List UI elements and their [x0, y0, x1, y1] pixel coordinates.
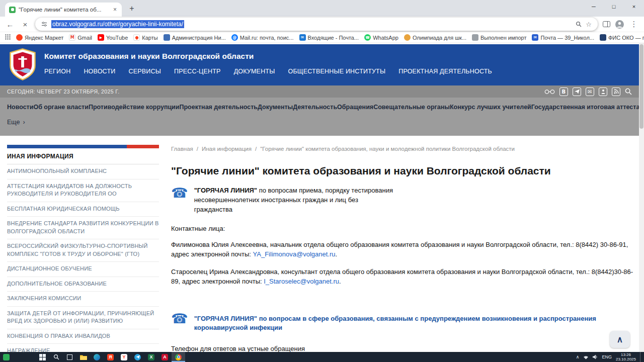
accessibility-glasses-icon[interactable] [544, 89, 555, 95]
bookmark-item[interactable]: MGmail [69, 34, 92, 41]
sidebar-item[interactable]: ЗАКЛЮЧЕНИЯ КОМИССИИ [7, 292, 159, 307]
subnav-advisory-bodies[interactable]: Совещательные органы [373, 104, 450, 111]
bookmark-item[interactable]: @Mail.ru: почта, поис... [231, 34, 294, 41]
bookmark-item[interactable]: ФИС ОКО — публи... [600, 34, 644, 41]
tray-hidden-icons-caret[interactable]: ∧ [576, 354, 580, 359]
nav-documents[interactable]: ДОКУМЕНТЫ [234, 68, 275, 75]
bookmark-item[interactable]: ▶YouTube [98, 34, 128, 41]
bookmark-item[interactable]: Администрация Ни... [164, 34, 226, 41]
bookmark-item[interactable]: ✉Входящие - Почта... [299, 34, 359, 41]
sidebar-item[interactable]: БЕСПЛАТНАЯ ЮРИДИЧЕСКАЯ ПОМОЩЬ [7, 202, 159, 217]
sidebar-item[interactable]: ДИСТАНЦИОННОЕ ОБУЧЕНИЕ [7, 262, 159, 277]
window-close-button[interactable]: × [624, 0, 644, 13]
subnav-appeals[interactable]: Обращения [337, 104, 373, 111]
subnav-activity[interactable]: Деятельность [293, 104, 337, 111]
breadcrumb-home[interactable]: Главная [171, 146, 193, 152]
volume-icon[interactable] [593, 352, 598, 361]
bookmark-label: Mail.ru: почта, поис... [240, 35, 294, 41]
yandex-app-icon[interactable]: Y [117, 352, 131, 362]
gmail-icon: M [69, 34, 75, 41]
whatsapp-icon: ☎ [364, 34, 371, 41]
back-icon[interactable]: ← [5, 20, 15, 29]
bookmark-item[interactable]: Олимпиада для шк... [404, 34, 466, 41]
browser-tab-strip: "Горячие линии" комитета об... × + ─ □ × [0, 0, 644, 17]
sidebar-item[interactable]: ВНЕДРЕНИЕ СТАНДАРТА РАЗВИТИЯ КОНКУРЕНЦИИ… [7, 217, 159, 239]
subnav-project-activity[interactable]: Проектная деятельность [180, 104, 258, 111]
bookmark-star-icon[interactable]: ☆ [586, 21, 592, 28]
sidebar-item[interactable]: НАГРАЖДЕНИЕ [7, 344, 159, 352]
show-desktop-button[interactable] [640, 352, 642, 362]
edge-browser-icon[interactable] [90, 352, 104, 362]
nav-services[interactable]: СЕРВИСЫ [128, 68, 161, 75]
contact-2-text: Староселец Ирина Александровна, консульт… [171, 268, 633, 286]
nav-public-institutes[interactable]: ОБЩЕСТВЕННЫЕ ИНСТИТУТЫ [288, 68, 385, 75]
browser-menu-icon[interactable]: ⋮ [629, 20, 639, 29]
side-panel-icon[interactable] [603, 21, 610, 27]
browser-tab[interactable]: "Горячие линии" комитета об... × [5, 3, 122, 17]
email-icon[interactable]: ✉ [586, 87, 594, 96]
file-explorer-icon[interactable] [76, 352, 90, 362]
nav-project-activity[interactable]: ПРОЕКТНАЯ ДЕЯТЕЛЬНОСТЬ [398, 68, 492, 75]
taskbar-widget-icon[interactable] [3, 354, 10, 360]
stop-reload-icon[interactable]: × [20, 20, 30, 29]
page-scrollbar[interactable] [639, 43, 644, 352]
excel-icon[interactable]: X [144, 352, 158, 362]
subnav-anticorruption[interactable]: Противодействие коррупции [89, 104, 180, 111]
apps-grid-icon[interactable] [5, 34, 11, 41]
telegram-app-icon[interactable] [131, 352, 144, 362]
bookmark-item[interactable]: Яндекс Маркет [16, 34, 63, 41]
acrobat-icon[interactable]: A [158, 352, 172, 362]
scroll-to-top-button[interactable]: ∧ [610, 331, 630, 348]
taskbar-icons: Я Y X A [36, 352, 185, 362]
subnav-news[interactable]: Новости [7, 104, 33, 111]
chrome-icon[interactable] [172, 352, 185, 362]
vk-icon[interactable]: В [559, 87, 568, 96]
nav-region[interactable]: РЕГИОН [44, 68, 70, 75]
subnav-teachers-contest[interactable]: Конкурс лучших учителей [450, 104, 531, 111]
sidebar-item[interactable]: ДОПОЛНИТЕЛЬНОЕ ОБРАЗОВАНИЕ [7, 277, 159, 292]
odnoklassniki-icon[interactable] [599, 87, 607, 96]
subnav-state-final-attestation[interactable]: Государственная итоговая аттестация [531, 104, 644, 111]
nav-news[interactable]: НОВОСТИ [84, 68, 115, 75]
youtube-icon: ▶ [98, 34, 104, 41]
taskbar-clock[interactable]: 13:26 23.10.2025 [616, 352, 636, 362]
telegram-icon[interactable] [573, 87, 581, 96]
contact-2-email-link[interactable]: I_Staroselec@volganet.ru [264, 278, 339, 285]
language-indicator[interactable]: ENG [602, 354, 612, 359]
profile-avatar[interactable] [615, 20, 624, 29]
rss-icon[interactable] [612, 87, 620, 96]
address-bar[interactable]: obraz.volgograd.ru/other/goryachie-linii… [35, 18, 598, 31]
nav-press-center[interactable]: ПРЕСС-ЦЕНТР [174, 68, 221, 75]
yandex-browser-icon[interactable]: Я [104, 352, 117, 362]
subnav-more-button[interactable]: Еще › [7, 119, 632, 126]
scrollbar-thumb[interactable] [639, 44, 643, 129]
new-tab-button[interactable]: + [126, 3, 138, 15]
bookmark-item[interactable]: Выполнен импорт [472, 34, 527, 41]
breadcrumb-other-info[interactable]: Иная информация [202, 146, 252, 152]
task-view-icon[interactable] [63, 352, 76, 362]
page-zoom-icon[interactable] [576, 21, 582, 27]
network-icon[interactable] [583, 352, 589, 361]
window-maximize-button[interactable]: □ [604, 0, 624, 13]
tab-close-icon[interactable]: × [112, 6, 118, 13]
search-icon[interactable] [625, 88, 632, 95]
bookmark-item[interactable]: Карты [133, 34, 157, 41]
site-title[interactable]: Комитет образования и науки Волгоградско… [44, 52, 254, 61]
window-minimize-button[interactable]: ─ [584, 0, 604, 13]
sidebar-item[interactable]: ЗАЩИТА ДЕТЕЙ ОТ ИНФОРМАЦИИ, ПРИЧИНЯЮЩЕЙ … [7, 307, 159, 329]
sidebar-item[interactable]: КОНВЕНЦИЯ О ПРАВАХ ИНВАЛИДОВ [7, 329, 159, 344]
site-logo-coat-of-arms-icon[interactable] [9, 48, 36, 80]
start-button[interactable] [36, 352, 49, 362]
subnav-documents[interactable]: Документы [258, 104, 293, 111]
sidebar-item[interactable]: АТТЕСТАЦИЯ КАНДИДАТОВ НА ДОЛЖНОСТЬ РУКОВ… [7, 179, 159, 202]
chevron-right-icon: › [23, 119, 25, 126]
url-input[interactable]: obraz.volgograd.ru/other/goryachie-linii… [51, 20, 184, 28]
bookmark-item[interactable]: ☎WhatsApp [364, 34, 398, 41]
site-info-icon[interactable] [41, 21, 47, 27]
contact-1-email-link[interactable]: YA_Filimonova@volganet.ru [253, 250, 336, 258]
subnav-authority[interactable]: Об органе власти [33, 104, 89, 111]
bookmark-item[interactable]: ✉Почта — 39_Никол... [532, 34, 594, 41]
sidebar-item[interactable]: АНТИМОНОПОЛЬНЫЙ КОМПЛАЕНС [7, 164, 159, 179]
taskbar-search-icon[interactable] [49, 352, 63, 362]
sidebar-item[interactable]: ВСЕРОССИЙСКИЙ ФИЗКУЛЬТУРНО-СПОРТИВНЫЙ КО… [7, 239, 159, 262]
